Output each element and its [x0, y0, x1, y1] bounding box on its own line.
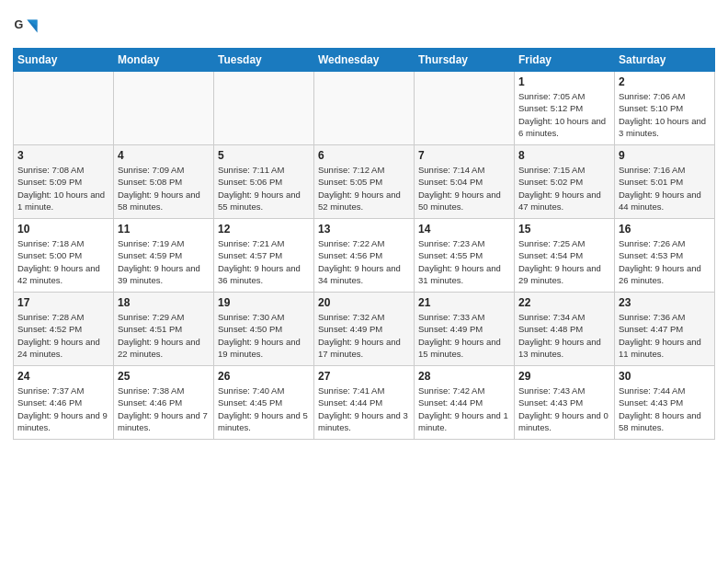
day-number: 1: [518, 75, 610, 88]
day-cell: 19Sunrise: 7:30 AM Sunset: 4:50 PM Dayli…: [214, 293, 314, 366]
day-number: 3: [17, 149, 109, 162]
day-cell: 1Sunrise: 7:05 AM Sunset: 5:12 PM Daylig…: [515, 72, 615, 145]
day-number: 24: [17, 370, 109, 383]
day-info: Sunrise: 7:44 AM Sunset: 4:43 PM Dayligh…: [619, 385, 711, 433]
day-info: Sunrise: 7:38 AM Sunset: 4:46 PM Dayligh…: [118, 385, 210, 433]
day-cell: 9Sunrise: 7:16 AM Sunset: 5:01 PM Daylig…: [615, 145, 715, 219]
day-cell: 30Sunrise: 7:44 AM Sunset: 4:43 PM Dayli…: [615, 366, 715, 440]
day-info: Sunrise: 7:18 AM Sunset: 5:00 PM Dayligh…: [17, 237, 109, 286]
day-cell: 3Sunrise: 7:08 AM Sunset: 5:09 PM Daylig…: [14, 145, 114, 219]
day-info: Sunrise: 7:37 AM Sunset: 4:46 PM Dayligh…: [17, 385, 109, 433]
day-number: 26: [218, 370, 310, 383]
col-header-monday: Monday: [114, 49, 214, 72]
day-info: Sunrise: 7:09 AM Sunset: 5:08 PM Dayligh…: [118, 164, 210, 213]
day-cell: 18Sunrise: 7:29 AM Sunset: 4:51 PM Dayli…: [114, 293, 214, 366]
week-row-5: 24Sunrise: 7:37 AM Sunset: 4:46 PM Dayli…: [14, 366, 715, 440]
header: G: [13, 9, 715, 40]
day-number: 19: [218, 296, 310, 309]
day-number: 13: [318, 223, 410, 236]
day-cell: [114, 72, 214, 145]
week-row-3: 10Sunrise: 7:18 AM Sunset: 5:00 PM Dayli…: [14, 219, 715, 293]
col-header-sunday: Sunday: [14, 49, 114, 72]
day-number: 29: [518, 370, 610, 383]
week-row-1: 1Sunrise: 7:05 AM Sunset: 5:12 PM Daylig…: [14, 72, 715, 145]
day-number: 17: [17, 296, 109, 309]
day-cell: 27Sunrise: 7:41 AM Sunset: 4:44 PM Dayli…: [314, 366, 415, 440]
day-cell: 5Sunrise: 7:11 AM Sunset: 5:06 PM Daylig…: [214, 145, 314, 219]
day-number: 8: [518, 149, 610, 162]
day-info: Sunrise: 7:36 AM Sunset: 4:47 PM Dayligh…: [619, 311, 711, 360]
day-cell: 6Sunrise: 7:12 AM Sunset: 5:05 PM Daylig…: [314, 145, 415, 219]
svg-text:G: G: [14, 18, 23, 31]
day-info: Sunrise: 7:19 AM Sunset: 4:59 PM Dayligh…: [118, 237, 210, 286]
day-cell: 17Sunrise: 7:28 AM Sunset: 4:52 PM Dayli…: [14, 293, 114, 366]
day-info: Sunrise: 7:40 AM Sunset: 4:45 PM Dayligh…: [218, 385, 310, 433]
day-number: 28: [418, 370, 510, 383]
page: G SundayMondayTuesdayWednesdayThursdayFr…: [0, 0, 728, 563]
logo-icon: G: [13, 15, 39, 40]
day-cell: [314, 72, 415, 145]
week-row-4: 17Sunrise: 7:28 AM Sunset: 4:52 PM Dayli…: [14, 293, 715, 366]
day-info: Sunrise: 7:33 AM Sunset: 4:49 PM Dayligh…: [418, 311, 510, 360]
day-info: Sunrise: 7:42 AM Sunset: 4:44 PM Dayligh…: [418, 385, 510, 433]
day-info: Sunrise: 7:15 AM Sunset: 5:02 PM Dayligh…: [518, 164, 610, 213]
day-cell: 11Sunrise: 7:19 AM Sunset: 4:59 PM Dayli…: [114, 219, 214, 293]
day-cell: 20Sunrise: 7:32 AM Sunset: 4:49 PM Dayli…: [314, 293, 415, 366]
day-info: Sunrise: 7:16 AM Sunset: 5:01 PM Dayligh…: [619, 164, 711, 213]
day-number: 21: [418, 296, 510, 309]
day-cell: 8Sunrise: 7:15 AM Sunset: 5:02 PM Daylig…: [515, 145, 615, 219]
day-number: 27: [318, 370, 410, 383]
day-info: Sunrise: 7:28 AM Sunset: 4:52 PM Dayligh…: [17, 311, 109, 360]
day-cell: 23Sunrise: 7:36 AM Sunset: 4:47 PM Dayli…: [615, 293, 715, 366]
day-number: 22: [518, 296, 610, 309]
day-number: 5: [218, 149, 310, 162]
day-number: 30: [619, 370, 711, 383]
day-cell: 22Sunrise: 7:34 AM Sunset: 4:48 PM Dayli…: [515, 293, 615, 366]
day-info: Sunrise: 7:41 AM Sunset: 4:44 PM Dayligh…: [318, 385, 410, 433]
day-cell: 21Sunrise: 7:33 AM Sunset: 4:49 PM Dayli…: [415, 293, 515, 366]
col-header-wednesday: Wednesday: [314, 49, 415, 72]
day-info: Sunrise: 7:43 AM Sunset: 4:43 PM Dayligh…: [518, 385, 610, 433]
day-number: 10: [17, 223, 109, 236]
day-number: 23: [619, 296, 711, 309]
day-info: Sunrise: 7:14 AM Sunset: 5:04 PM Dayligh…: [418, 164, 510, 213]
logo: G: [13, 13, 42, 40]
day-info: Sunrise: 7:05 AM Sunset: 5:12 PM Dayligh…: [518, 90, 610, 139]
day-info: Sunrise: 7:11 AM Sunset: 5:06 PM Dayligh…: [218, 164, 310, 213]
day-cell: 13Sunrise: 7:22 AM Sunset: 4:56 PM Dayli…: [314, 219, 415, 293]
day-number: 6: [318, 149, 410, 162]
day-cell: 29Sunrise: 7:43 AM Sunset: 4:43 PM Dayli…: [515, 366, 615, 440]
day-number: 7: [418, 149, 510, 162]
day-info: Sunrise: 7:12 AM Sunset: 5:05 PM Dayligh…: [318, 164, 410, 213]
col-header-friday: Friday: [515, 49, 615, 72]
day-number: 18: [118, 296, 210, 309]
day-cell: 14Sunrise: 7:23 AM Sunset: 4:55 PM Dayli…: [415, 219, 515, 293]
day-info: Sunrise: 7:08 AM Sunset: 5:09 PM Dayligh…: [17, 164, 109, 213]
day-number: 11: [118, 223, 210, 236]
col-header-saturday: Saturday: [615, 49, 715, 72]
day-cell: 10Sunrise: 7:18 AM Sunset: 5:00 PM Dayli…: [14, 219, 114, 293]
day-info: Sunrise: 7:06 AM Sunset: 5:10 PM Dayligh…: [619, 90, 711, 139]
day-info: Sunrise: 7:25 AM Sunset: 4:54 PM Dayligh…: [518, 237, 610, 286]
day-number: 2: [619, 75, 711, 88]
day-cell: [14, 72, 114, 145]
day-cell: 25Sunrise: 7:38 AM Sunset: 4:46 PM Dayli…: [114, 366, 214, 440]
day-number: 25: [118, 370, 210, 383]
day-info: Sunrise: 7:30 AM Sunset: 4:50 PM Dayligh…: [218, 311, 310, 360]
day-info: Sunrise: 7:32 AM Sunset: 4:49 PM Dayligh…: [318, 311, 410, 360]
day-cell: 4Sunrise: 7:09 AM Sunset: 5:08 PM Daylig…: [114, 145, 214, 219]
day-cell: [214, 72, 314, 145]
day-cell: 24Sunrise: 7:37 AM Sunset: 4:46 PM Dayli…: [14, 366, 114, 440]
day-cell: [415, 72, 515, 145]
day-cell: 26Sunrise: 7:40 AM Sunset: 4:45 PM Dayli…: [214, 366, 314, 440]
day-cell: 28Sunrise: 7:42 AM Sunset: 4:44 PM Dayli…: [415, 366, 515, 440]
day-info: Sunrise: 7:22 AM Sunset: 4:56 PM Dayligh…: [318, 237, 410, 286]
day-cell: 2Sunrise: 7:06 AM Sunset: 5:10 PM Daylig…: [615, 72, 715, 145]
col-header-thursday: Thursday: [415, 49, 515, 72]
day-number: 20: [318, 296, 410, 309]
day-number: 4: [118, 149, 210, 162]
day-cell: 7Sunrise: 7:14 AM Sunset: 5:04 PM Daylig…: [415, 145, 515, 219]
day-number: 16: [619, 223, 711, 236]
day-number: 15: [518, 223, 610, 236]
week-row-2: 3Sunrise: 7:08 AM Sunset: 5:09 PM Daylig…: [14, 145, 715, 219]
